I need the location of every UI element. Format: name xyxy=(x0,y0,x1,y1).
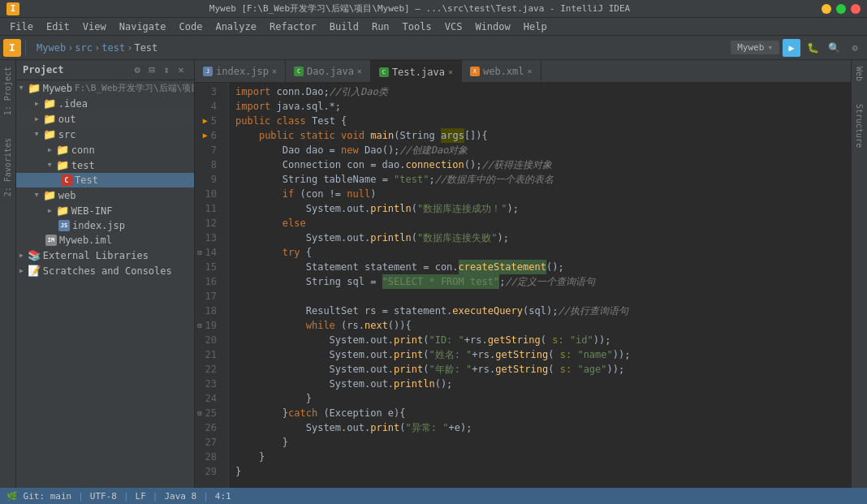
tab-dao-java[interactable]: C Dao.java ✕ xyxy=(286,60,371,82)
run-button[interactable]: ▶ xyxy=(783,39,800,57)
tab-index-jsp[interactable]: J index.jsp ✕ xyxy=(195,60,286,82)
right-strip-web[interactable]: Web xyxy=(853,63,865,84)
menu-item-build[interactable]: Build xyxy=(323,18,365,35)
tab-close-indexjsp[interactable]: ✕ xyxy=(272,67,277,75)
gear-icon[interactable]: ⚙ xyxy=(131,63,144,76)
line-number: 3 xyxy=(211,84,217,99)
folder-src-icon: 📁 xyxy=(43,128,56,140)
settings-button[interactable]: ⚙ xyxy=(846,39,864,57)
collapse-all-icon[interactable]: ⊟ xyxy=(145,63,158,76)
close-panel-icon[interactable]: ✕ xyxy=(175,63,188,76)
tab-label-indexjsp: index.jsp xyxy=(216,66,269,77)
search-everywhere-button[interactable]: 🔍 xyxy=(825,39,843,57)
line-number: 6 xyxy=(211,128,217,143)
status-encoding[interactable]: UTF-8 xyxy=(90,491,117,502)
tree-item-idea[interactable]: ▶ 📁 .idea xyxy=(16,96,194,111)
menu-item-navigate[interactable]: Navigate xyxy=(113,18,173,35)
tab-close-webxml[interactable]: ✕ xyxy=(528,67,533,75)
tree-item-indexjsp[interactable]: JS index.jsp xyxy=(16,218,194,233)
tree-item-web[interactable]: ▶ 📁 web xyxy=(16,187,194,203)
menu-item-refactor[interactable]: Refactor xyxy=(263,18,323,35)
tree-item-test[interactable]: ▶ 📁 test xyxy=(16,157,194,173)
gutter-line-16: 16 xyxy=(195,274,222,289)
app-icon: I xyxy=(6,2,19,15)
gutter-line-7: 7 xyxy=(195,143,222,157)
tree-item-webinf[interactable]: ▶ 📁 WEB-INF xyxy=(16,203,194,218)
right-strip-structure[interactable]: Structure xyxy=(853,101,865,151)
sidebar-strip-project[interactable]: 1: Project xyxy=(2,63,14,118)
tree-item-src[interactable]: ▶ 📁 src xyxy=(16,127,194,142)
sidebar-strip-favorites[interactable]: 2: Favorites xyxy=(2,135,14,200)
tree-item-mywebiml[interactable]: IM Myweb.iml xyxy=(16,233,194,248)
line-number: 17 xyxy=(205,289,217,304)
tree-item-conn[interactable]: ▶ 📁 conn xyxy=(16,142,194,157)
line-number: 21 xyxy=(205,347,217,362)
menu-item-window[interactable]: Window xyxy=(468,18,516,35)
menu-item-tools[interactable]: Tools xyxy=(396,18,438,35)
menu-item-help[interactable]: Help xyxy=(517,18,554,35)
breadcrumb-sep-3: › xyxy=(127,42,132,54)
status-java: Java 8 xyxy=(164,491,196,502)
editor-area: J index.jsp ✕ C Dao.java ✕ C Test.java ✕… xyxy=(195,60,851,488)
gutter-line-26: 26 xyxy=(195,420,222,435)
code-content[interactable]: import conn.Dao;//引入Dao类 import java.sql… xyxy=(229,83,851,488)
tree-item-test-java[interactable]: C Test xyxy=(16,173,194,187)
tab-close-daojava[interactable]: ✕ xyxy=(357,67,362,75)
menu-item-file[interactable]: File xyxy=(3,18,40,35)
triangle-conn-icon: ▶ xyxy=(48,146,52,153)
line-number: 10 xyxy=(205,187,217,201)
tree-item-out[interactable]: ▶ 📁 out xyxy=(16,111,194,127)
code-line-29: } xyxy=(235,464,844,479)
line-number: 4 xyxy=(211,99,217,114)
status-line-sep[interactable]: LF xyxy=(136,491,146,502)
gutter-line-14: ⊟14 xyxy=(195,245,222,260)
maximize-btn[interactable] xyxy=(836,4,846,14)
folder-out-icon: 📁 xyxy=(43,113,56,125)
code-line-5: public class Test { xyxy=(235,114,844,128)
gutter-line-5: ▶5 xyxy=(195,114,222,128)
tab-close-testjava[interactable]: ✕ xyxy=(448,67,453,76)
triangle-webinf-icon: ▶ xyxy=(48,207,52,214)
menu-item-vcs[interactable]: VCS xyxy=(438,18,469,35)
code-editor: 3 4 ▶5 ▶6 7 8 9 10 11 12 13 ⊟14 15 16 17… xyxy=(195,83,851,488)
tree-label-myweb: Myweb xyxy=(43,83,72,94)
menu-item-code[interactable]: Code xyxy=(173,18,209,35)
java-c-icon: C xyxy=(61,174,72,186)
menu-item-edit[interactable]: Edit xyxy=(40,18,76,35)
project-panel: Project ⚙ ⊟ ↕ ✕ ▶ 📁 Myweb F:\B_Web开发学习\后… xyxy=(16,60,195,488)
fold-icon-19: ⊟ xyxy=(197,318,201,333)
tree-item-myweb[interactable]: ▶ 📁 Myweb F:\B_Web开发学习\后端\项目\Myweb xyxy=(16,80,194,96)
breadcrumb-item-test[interactable]: test xyxy=(101,42,125,54)
breadcrumb-item-myweb[interactable]: Myweb xyxy=(37,42,66,54)
tab-web-xml[interactable]: X web.xml ✕ xyxy=(462,60,541,82)
tree-label-test-class: Test xyxy=(75,174,98,186)
menu-item-run[interactable]: Run xyxy=(365,18,396,35)
menu-item-view[interactable]: View xyxy=(76,18,113,35)
code-line-26: System.out.print("异常: "+e); xyxy=(235,420,844,435)
triangle-extlibs-icon: ▶ xyxy=(19,252,24,259)
menu-item-analyze[interactable]: Analyze xyxy=(209,18,263,35)
breadcrumb-item-file: Test xyxy=(134,42,157,54)
close-btn[interactable] xyxy=(851,4,861,14)
gutter-line-20: 20 xyxy=(195,333,222,347)
minimize-btn[interactable] xyxy=(822,4,831,14)
tree-label-idea: .idea xyxy=(58,98,88,110)
code-line-17 xyxy=(235,289,844,304)
lib-icon: 📚 xyxy=(28,249,41,261)
line-number: 22 xyxy=(205,362,217,377)
tab-icon-indexjsp: J xyxy=(203,67,213,76)
debug-button[interactable]: 🐛 xyxy=(804,39,822,57)
breadcrumb-item-src[interactable]: src xyxy=(75,42,93,54)
run-config-selector[interactable]: Myweb ▾ xyxy=(731,41,779,54)
tree-item-extlibs[interactable]: ▶ 📚 External Libraries xyxy=(16,248,194,263)
tree-label-web: web xyxy=(58,190,76,201)
tree-item-scratches[interactable]: ▶ 📝 Scratches and Consoles xyxy=(16,263,194,278)
gutter-line-11: 11 xyxy=(195,201,222,216)
triangle-idea-icon: ▶ xyxy=(35,100,39,107)
tab-icon-webxml: X xyxy=(470,67,480,76)
line-number: 16 xyxy=(205,274,217,289)
breadcrumb-sep-2: › xyxy=(94,42,100,54)
tab-test-java[interactable]: C Test.java ✕ xyxy=(371,60,462,82)
tree-label-out: out xyxy=(58,114,76,125)
sort-icon[interactable]: ↕ xyxy=(160,63,173,76)
